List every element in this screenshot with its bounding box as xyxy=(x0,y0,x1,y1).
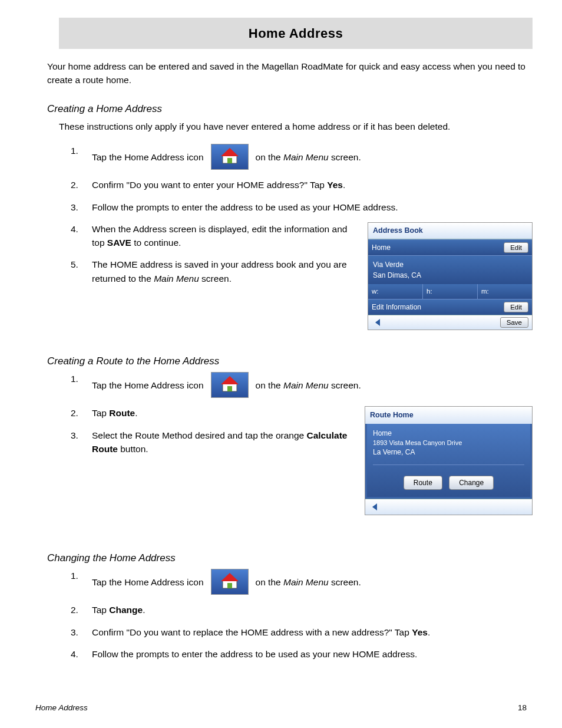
section1-subtext: These instructions only apply if you hav… xyxy=(59,120,533,133)
svg-marker-9 xyxy=(221,573,239,581)
rhome-addr-line2: La Verne, CA xyxy=(373,447,524,457)
address-book-title: Address Book xyxy=(368,223,532,239)
svg-rect-10 xyxy=(227,583,232,588)
step-number: 1. xyxy=(71,372,92,386)
step-number: 1. xyxy=(71,144,92,157)
step-s1-3: 3. Follow the prompts to enter the addre… xyxy=(71,200,533,214)
abook-addr-line2: San Dimas, CA xyxy=(373,270,527,281)
abook-addr-line1: Via Verde xyxy=(373,259,527,270)
svg-marker-1 xyxy=(221,148,239,156)
step-text: Tap Change. xyxy=(92,603,533,617)
back-icon[interactable] xyxy=(369,502,382,512)
section-heading-changing: Changing the Home Address xyxy=(47,551,533,566)
edit-button[interactable]: Edit xyxy=(504,242,528,253)
step-number: 4. xyxy=(71,647,92,661)
route-home-screenshot: Route Home Home 1893 Vista Mesa Canyon D… xyxy=(365,406,533,515)
step-s3-2: 2. Tap Change. xyxy=(71,603,533,617)
step-text-tail: on the Main Menu screen. xyxy=(256,378,361,392)
abook-home-label: Home xyxy=(372,242,391,253)
step-s1-5: 5. The HOME address is saved in your add… xyxy=(71,258,356,285)
svg-rect-2 xyxy=(227,158,232,163)
step-number: 4. xyxy=(71,222,92,236)
step-s1-2: 2. Confirm "Do you want to enter your HO… xyxy=(71,178,533,192)
step-number: 3. xyxy=(71,429,92,442)
svg-rect-6 xyxy=(227,386,232,391)
rhome-addr-line1: 1893 Vista Mesa Canyon Drive xyxy=(373,439,524,447)
change-button[interactable]: Change xyxy=(449,476,494,490)
step-text: Tap Route. xyxy=(92,406,353,420)
step-text: Confirm "Do you want to replace the HOME… xyxy=(92,625,533,639)
step-text: Follow the prompts to enter the address … xyxy=(92,200,533,214)
abook-phone-m: m: xyxy=(478,284,532,299)
section-heading-creating: Creating a Home Address xyxy=(47,101,533,117)
home-address-icon xyxy=(211,372,249,398)
step-text: Tap the Home Address icon xyxy=(92,575,204,589)
home-address-icon xyxy=(211,569,249,595)
step-text: The HOME address is saved in your addres… xyxy=(92,258,356,285)
step-s3-1: 1. Tap the Home Address icon on the Main… xyxy=(71,569,533,595)
save-button[interactable]: Save xyxy=(500,317,528,328)
abook-phone-w: w: xyxy=(368,284,423,299)
edit-button[interactable]: Edit xyxy=(504,302,528,312)
step-text-tail: on the Main Menu screen. xyxy=(256,575,361,589)
step-s2-1: 1. Tap the Home Address icon on the Main… xyxy=(71,372,533,398)
svg-marker-3 xyxy=(375,319,380,326)
step-text: Tap the Home Address icon xyxy=(92,378,204,392)
step-number: 1. xyxy=(71,569,92,582)
step-s3-3: 3. Confirm "Do you want to replace the H… xyxy=(71,625,533,639)
step-text: Select the Route Method desired and tap … xyxy=(92,429,353,456)
step-s1-4: 4. When the Address screen is displayed,… xyxy=(71,222,356,250)
route-button[interactable]: Route xyxy=(404,476,442,490)
step-number: 3. xyxy=(71,200,92,214)
step-s3-4: 4. Follow the prompts to enter the addre… xyxy=(71,647,533,661)
address-book-screenshot: Address Book Home Edit Via Verde San Dim… xyxy=(368,222,533,330)
abook-phone-h: h: xyxy=(423,284,478,299)
route-home-title: Route Home xyxy=(365,407,532,424)
step-s2-2: 2. Tap Route. xyxy=(71,406,353,420)
step-text: Tap the Home Address icon xyxy=(92,150,204,164)
step-s1-1: 1. Tap the Home Address icon on the Main… xyxy=(71,144,533,170)
page-footer: Home Address 18 xyxy=(29,702,533,714)
step-s2-3: 3. Select the Route Method desired and t… xyxy=(71,429,353,456)
step-number: 2. xyxy=(71,603,92,617)
step-text: Confirm "Do you want to enter your HOME … xyxy=(92,178,533,192)
step-number: 5. xyxy=(71,258,92,271)
step-text-tail: on the Main Menu screen. xyxy=(256,150,361,164)
section-heading-route: Creating a Route to the Home Address xyxy=(47,354,533,369)
rhome-name: Home xyxy=(373,429,524,439)
step-text: When the Address screen is displayed, ed… xyxy=(92,222,356,250)
abook-editinfo-label: Edit Information xyxy=(372,302,421,312)
step-number: 2. xyxy=(71,178,92,192)
step-text: Follow the prompts to enter the address … xyxy=(92,647,533,661)
home-address-icon xyxy=(211,144,249,170)
intro-text: Your home address can be entered and sav… xyxy=(47,60,533,87)
back-icon[interactable] xyxy=(372,317,385,328)
step-number: 2. xyxy=(71,406,92,420)
footer-page-number: 18 xyxy=(518,702,527,714)
footer-section-name: Home Address xyxy=(35,702,88,714)
svg-marker-7 xyxy=(372,503,377,510)
step-number: 3. xyxy=(71,625,92,639)
page-title: Home Address xyxy=(59,18,533,49)
svg-marker-5 xyxy=(221,376,239,384)
